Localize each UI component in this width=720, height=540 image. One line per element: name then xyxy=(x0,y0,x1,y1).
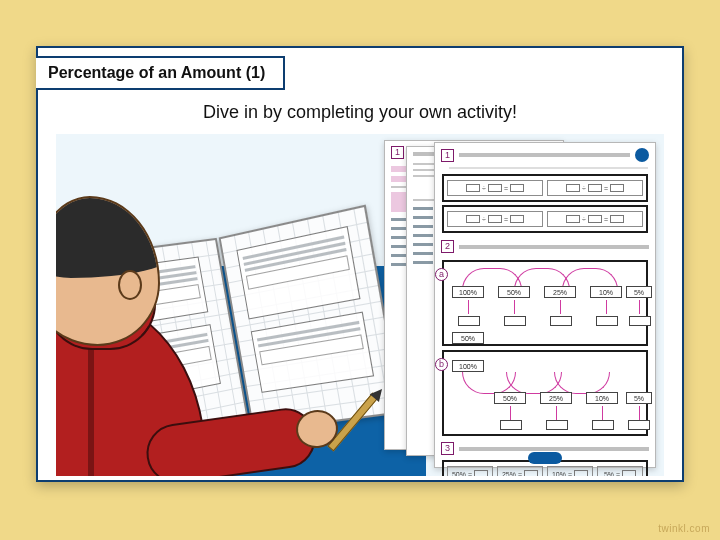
diagram-answer-box xyxy=(546,420,568,430)
question-number: 1 xyxy=(441,149,454,162)
question-number: 2 xyxy=(441,240,454,253)
diagram-stem xyxy=(602,406,603,420)
worksheet-heading-line xyxy=(459,447,649,451)
diagram-answer-box xyxy=(628,420,650,430)
worksheet-heading-line xyxy=(459,245,649,249)
footer-brand: twinkl.com xyxy=(658,523,710,534)
slide-content-area: 1 xyxy=(56,134,664,476)
slide-card: Percentage of an Amount (1) Dive in by c… xyxy=(36,46,684,482)
diagram-answer-box xyxy=(596,316,618,326)
diagram-stem xyxy=(606,300,607,314)
side-line xyxy=(413,225,433,228)
workbook-panel xyxy=(236,226,360,319)
diagram-node: 50% xyxy=(498,286,530,298)
diagram-node: 10% xyxy=(590,286,622,298)
student-ear xyxy=(118,270,142,300)
diagram-node: 10% xyxy=(586,392,618,404)
diagram-answer-box xyxy=(458,316,480,326)
slide-title-ribbon: Percentage of an Amount (1) xyxy=(36,56,285,90)
worksheet-heading-line xyxy=(459,153,630,157)
side-line xyxy=(413,207,433,210)
diagram-node: 50% xyxy=(452,332,484,344)
diagram-arc xyxy=(554,372,610,394)
expression-cell: 10% = xyxy=(547,466,593,476)
diagram-answer-box xyxy=(500,420,522,430)
worksheet-front: 1 ÷= ÷= ÷= ÷= 2 xyxy=(434,142,656,468)
diagram-node: 25% xyxy=(544,286,576,298)
expression-strip: ÷= ÷= xyxy=(442,205,648,233)
percentage-diagram-panel: a 100% 50% 25% 10% 5% xyxy=(442,260,648,346)
expression-cell: ÷= xyxy=(547,180,643,196)
worksheet-stack: 1 xyxy=(384,140,656,468)
panel-badge: b xyxy=(435,358,448,371)
diagram-answer-box xyxy=(550,316,572,326)
diagram-stem xyxy=(556,406,557,420)
student-head xyxy=(56,196,160,346)
diagram-node: 5% xyxy=(626,392,652,404)
worksheet-header: 1 xyxy=(435,143,655,165)
diagram-answer-box xyxy=(629,316,651,326)
diagram-answer-box xyxy=(504,316,526,326)
expression-cell: ÷= xyxy=(447,211,543,227)
slide-title: Percentage of an Amount (1) xyxy=(48,64,265,81)
diagram-stem xyxy=(639,300,640,314)
expression-cell: 50% = xyxy=(447,466,493,476)
question-number: 1 xyxy=(391,146,404,159)
diagram-node: 50% xyxy=(494,392,526,404)
diagram-stem xyxy=(468,300,469,314)
side-line xyxy=(413,216,433,219)
expression-cell: 25% = xyxy=(497,466,543,476)
panel-badge: a xyxy=(435,268,448,281)
side-line xyxy=(413,252,433,255)
brand-dot-icon xyxy=(635,148,649,162)
diagram-node: 100% xyxy=(452,360,484,372)
worksheet-subheader: 2 xyxy=(435,236,655,256)
workbook-panel xyxy=(251,312,374,393)
side-line xyxy=(413,243,433,246)
diagram-answer-box xyxy=(592,420,614,430)
side-line xyxy=(413,234,433,237)
percentage-diagram-panel: b 100% 50% 25% 10% 5% xyxy=(442,350,648,436)
diagram-stem xyxy=(560,300,561,314)
side-line xyxy=(413,261,433,264)
expression-strip: ÷= ÷= xyxy=(442,174,648,202)
student-illustration xyxy=(56,146,426,476)
student-hair xyxy=(56,196,160,278)
diagram-node: 25% xyxy=(540,392,572,404)
diagram-node: 100% xyxy=(452,286,484,298)
twinkl-logo xyxy=(528,452,562,464)
question-number: 3 xyxy=(441,442,454,455)
slide-subtitle: Dive in by completing your own activity! xyxy=(38,102,682,123)
expression-cell: ÷= xyxy=(447,180,543,196)
text-line xyxy=(449,167,648,169)
diagram-node: 5% xyxy=(626,286,652,298)
diagram-stem xyxy=(514,300,515,314)
jacket-zip xyxy=(88,338,94,476)
diagram-stem xyxy=(639,406,640,420)
diagram-stem xyxy=(510,406,511,420)
expression-cell: 5% = xyxy=(597,466,643,476)
expression-cell: ÷= xyxy=(547,211,643,227)
